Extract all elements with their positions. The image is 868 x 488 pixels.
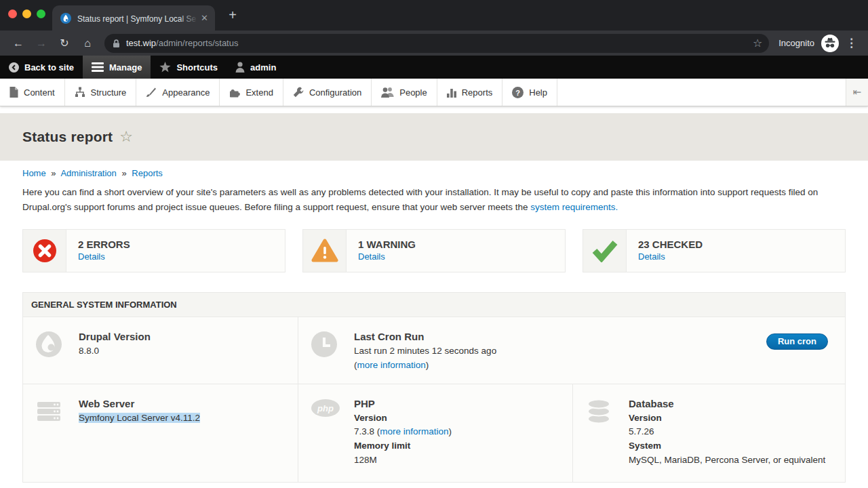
server-icon-box <box>35 398 65 471</box>
checked-card-body: 23 CHECKED Details <box>627 230 703 272</box>
bookmark-star-icon[interactable]: ☆ <box>753 37 762 49</box>
error-card: 2 ERRORS Details <box>22 229 285 272</box>
drupal-version-title: Drupal Version <box>79 331 151 342</box>
clock-icon-box <box>311 331 340 373</box>
menu-item-reports[interactable]: Reports <box>437 79 503 106</box>
sitemap-icon <box>75 87 85 98</box>
home-icon[interactable]: ⌂ <box>79 37 96 49</box>
error-details-link[interactable]: Details <box>78 251 105 262</box>
menu-item-structure[interactable]: Structure <box>65 79 137 106</box>
last-cron-run-cell: Last Cron Run Last run 2 minutes 12 seco… <box>298 317 845 384</box>
breadcrumb-administration[interactable]: Administration <box>60 168 116 178</box>
cron-more-information-link[interactable]: more information <box>357 360 426 370</box>
drupal-logo-icon <box>35 331 62 358</box>
menu-item-extend[interactable]: Extend <box>220 79 283 106</box>
back-to-site-button[interactable]: Back to site <box>0 56 83 79</box>
tab-close-icon[interactable]: ✕ <box>201 13 208 23</box>
php-text: PHP Version 7.3.8 (more information) Mem… <box>354 398 452 471</box>
breadcrumb-home[interactable]: Home <box>22 168 46 178</box>
web-server-text: Web Server Symfony Local Server v4.11.2 <box>79 398 200 471</box>
last-cron-run-title: Last Cron Run <box>354 331 496 342</box>
user-menu[interactable]: admin <box>226 56 285 79</box>
menu-item-help[interactable]: ? Help <box>502 79 557 106</box>
php-logo-icon: php <box>311 398 340 418</box>
warning-iconbox <box>303 230 347 272</box>
page-header: Status report ☆ <box>0 113 868 161</box>
general-system-information-panel: GENERAL SYSTEM INFORMATION Drupal Versio… <box>22 292 846 483</box>
status-summary-cards: 2 ERRORS Details 1 WARNING Details <box>22 229 846 272</box>
gsi-row-2: Web Server Symfony Local Server v4.11.2 … <box>23 384 845 482</box>
intro-text: Here you can find a short overview of yo… <box>22 187 818 212</box>
menu-item-configuration[interactable]: Configuration <box>283 79 372 106</box>
database-cell: Database Version 5.7.26 System MySQL, Ma… <box>573 384 845 482</box>
web-server-value: Symfony Local Server v4.11.2 <box>79 413 200 423</box>
document-icon <box>9 87 18 98</box>
checked-details-link[interactable]: Details <box>638 251 665 262</box>
checked-count: 23 CHECKED <box>638 239 703 250</box>
php-version-line: 7.3.8 (more information) <box>354 425 452 439</box>
favorite-star-icon[interactable]: ☆ <box>119 129 133 144</box>
warning-details-link[interactable]: Details <box>358 251 385 262</box>
php-icon-box: php <box>311 398 340 471</box>
drupal-version-text: Drupal Version 8.8.0 <box>79 331 151 373</box>
php-more-information-link[interactable]: more information <box>380 426 448 436</box>
question-icon: ? <box>512 87 524 98</box>
breadcrumb-separator: » <box>121 168 126 178</box>
reload-icon[interactable]: ↻ <box>56 37 73 49</box>
close-window-button[interactable] <box>8 9 17 18</box>
lock-icon <box>113 39 120 48</box>
drupal-favicon-icon <box>60 13 71 24</box>
drupal-icon-box <box>35 331 65 373</box>
warning-icon <box>311 239 338 263</box>
breadcrumb-reports[interactable]: Reports <box>132 168 163 178</box>
manage-tab[interactable]: Manage <box>83 56 151 79</box>
checked-card: 23 CHECKED Details <box>583 229 846 272</box>
user-label: admin <box>250 62 276 73</box>
tab-title-fade <box>179 12 198 24</box>
tab-title: Status report | Symfony Local Se <box>77 14 196 24</box>
server-icon <box>35 398 62 425</box>
database-title: Database <box>629 398 825 409</box>
url-path: /admin/reports/status <box>156 38 238 48</box>
php-memory-value: 128M <box>354 453 452 468</box>
database-system-label: System <box>629 439 825 453</box>
menu-label: Content <box>24 87 55 98</box>
browser-menu-icon[interactable]: ⋮ <box>846 36 857 50</box>
php-version-label: Version <box>354 411 452 426</box>
url-bar[interactable]: test.wip/admin/reports/status ☆ <box>104 34 769 53</box>
shortcuts-label: Shortcuts <box>176 62 218 73</box>
error-card-body: 2 ERRORS Details <box>66 230 130 272</box>
checkmark-icon <box>591 239 619 262</box>
menu-label: Extend <box>245 87 273 98</box>
database-icon-box <box>585 398 615 471</box>
database-version-value: 5.7.26 <box>629 425 825 439</box>
browser-toolbar: ← → ↻ ⌂ test.wip/admin/reports/status ☆ … <box>0 30 868 56</box>
paintbrush-icon <box>146 87 157 98</box>
menu-item-content[interactable]: Content <box>0 79 65 106</box>
php-version-value: 7.3.8 <box>354 426 374 436</box>
new-tab-button[interactable]: + <box>224 7 241 24</box>
menu-item-people[interactable]: People <box>372 79 437 106</box>
database-version-label: Version <box>629 411 825 426</box>
menu-label: Help <box>529 87 547 98</box>
maximize-window-button[interactable] <box>37 9 45 18</box>
url-host: test.wip <box>126 38 156 48</box>
run-cron-button[interactable]: Run cron <box>766 333 828 350</box>
shortcuts-tab[interactable]: Shortcuts <box>151 56 226 79</box>
wrench-icon <box>293 87 304 98</box>
database-text: Database Version 5.7.26 System MySQL, Ma… <box>629 398 825 471</box>
menu-label: People <box>399 87 427 98</box>
minimize-window-button[interactable] <box>22 9 31 18</box>
system-requirements-link[interactable]: system requirements. <box>530 202 618 212</box>
checked-iconbox <box>583 230 627 272</box>
back-icon[interactable]: ← <box>9 37 27 49</box>
svg-text:php: php <box>317 403 334 413</box>
menu-item-appearance[interactable]: Appearance <box>136 79 220 106</box>
browser-tab[interactable]: Status report | Symfony Local Se ✕ <box>52 5 215 30</box>
last-cron-run-value: Last run 2 minutes 12 seconds ago <box>354 344 496 359</box>
toolbar-collapse-button[interactable]: ⇤ <box>846 79 868 106</box>
svg-text:?: ? <box>515 88 520 96</box>
warning-card: 1 WARNING Details <box>302 229 566 272</box>
forward-icon[interactable]: → <box>33 37 50 49</box>
php-memory-label: Memory limit <box>354 439 452 453</box>
